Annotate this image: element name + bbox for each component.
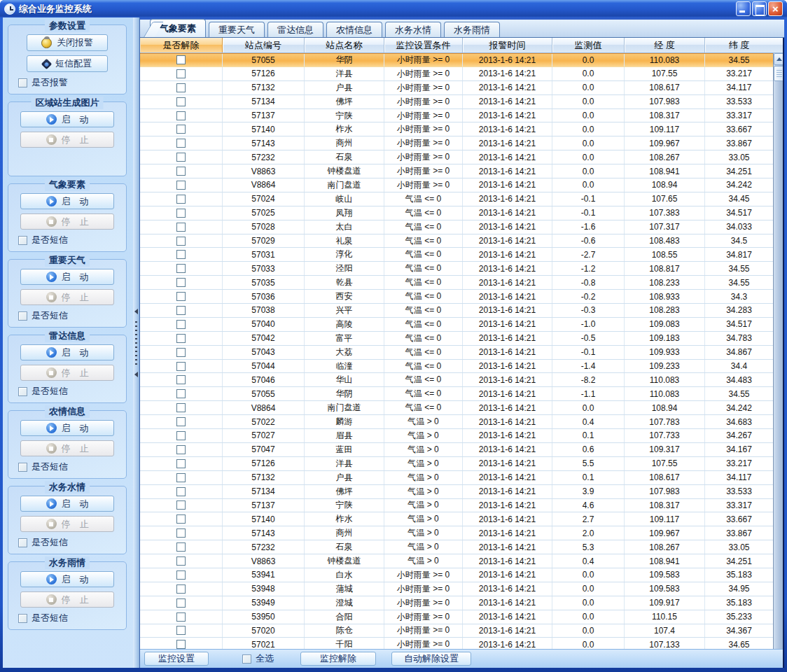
release-checkbox[interactable] — [176, 473, 186, 482]
短信配置-button[interactable]: 短信配置 — [27, 55, 108, 72]
release-checkbox[interactable] — [176, 459, 186, 468]
table-row[interactable]: 57040 高陵 气温 <= 0 2013-1-6 14:21 -1.0 109… — [140, 318, 773, 332]
table-row[interactable]: 57038 兴平 气温 <= 0 2013-1-6 14:21 -0.3 108… — [140, 304, 773, 318]
table-row[interactable]: 57044 临潼 气温 <= 0 2013-1-6 14:21 -1.4 109… — [140, 360, 773, 374]
release-checkbox[interactable] — [176, 362, 186, 371]
maximize-button[interactable] — [752, 1, 767, 16]
stop-button[interactable]: 停 止 — [20, 289, 114, 305]
release-checkbox[interactable] — [176, 167, 186, 176]
release-checkbox[interactable] — [176, 598, 186, 608]
table-row[interactable]: 57232 石泉 气温 > 0 2013-1-6 14:21 5.3 108.2… — [140, 540, 773, 554]
select-all-checkbox[interactable] — [242, 654, 251, 664]
column-header[interactable]: 经 度 — [625, 38, 705, 52]
start-button[interactable]: 启 动 — [20, 111, 114, 127]
release-checkbox[interactable] — [176, 514, 186, 524]
release-checkbox[interactable] — [176, 528, 186, 538]
table-row[interactable]: 53941 白水 小时雨量 >= 0 2013-1-6 14:21 0.0 10… — [140, 568, 773, 582]
table-row[interactable]: V8863 钟楼盘道 小时雨量 >= 0 2013-1-6 14:21 0.0 … — [140, 164, 773, 178]
column-header[interactable]: 站点名称 — [305, 38, 384, 52]
release-checkbox[interactable] — [176, 195, 186, 204]
checkbox[interactable] — [18, 312, 27, 321]
stop-button[interactable]: 停 止 — [20, 440, 114, 456]
release-checkbox[interactable] — [176, 389, 186, 398]
start-button[interactable]: 启 动 — [20, 269, 114, 285]
release-checkbox[interactable] — [176, 209, 186, 218]
start-button[interactable]: 启 动 — [20, 420, 114, 436]
close-button[interactable] — [768, 1, 783, 16]
table-row[interactable]: 57021 千阳 小时雨量 >= 0 2013-1-6 14:21 0.0 10… — [140, 638, 773, 649]
table-row[interactable]: 57055 华阴 气温 <= 0 2013-1-6 14:21 -1.1 110… — [140, 387, 773, 401]
column-header[interactable]: 站点编号 — [223, 38, 305, 52]
checkbox[interactable] — [18, 463, 27, 472]
table-row[interactable]: 57132 户县 气温 > 0 2013-1-6 14:21 0.1 108.6… — [140, 471, 773, 485]
table-row[interactable]: 57028 太白 气温 <= 0 2013-1-6 14:21 -1.6 107… — [140, 220, 773, 234]
monitor-set-button[interactable]: 监控设置 — [144, 652, 209, 666]
tab-水务雨情[interactable]: 水务雨情 — [444, 22, 500, 37]
table-row[interactable]: 57134 佛坪 气温 > 0 2013-1-6 14:21 3.9 107.9… — [140, 485, 773, 499]
release-checkbox[interactable] — [176, 69, 186, 78]
release-checkbox[interactable] — [176, 403, 186, 412]
table-row[interactable]: 57024 岐山 气温 <= 0 2013-1-6 14:21 -0.1 107… — [140, 192, 773, 206]
release-checkbox[interactable] — [176, 570, 186, 580]
release-checkbox[interactable] — [176, 626, 186, 635]
table-row[interactable]: 57022 麟游 气温 > 0 2013-1-6 14:21 0.4 107.7… — [140, 415, 773, 429]
release-checkbox[interactable] — [176, 237, 186, 246]
table-row[interactable]: V8863 钟楼盘道 气温 > 0 2013-1-6 14:21 0.4 108… — [140, 554, 773, 568]
table-row[interactable]: 57126 洋县 小时雨量 >= 0 2013-1-6 14:21 0.0 10… — [140, 67, 773, 81]
release-checkbox[interactable] — [176, 417, 186, 426]
stop-button[interactable]: 停 止 — [20, 214, 114, 230]
release-checkbox[interactable] — [176, 320, 186, 329]
table-row[interactable]: 57025 凤翔 气温 <= 0 2013-1-6 14:21 -0.1 107… — [140, 206, 773, 220]
table-row[interactable]: 57132 户县 小时雨量 >= 0 2013-1-6 14:21 0.0 10… — [140, 81, 773, 95]
start-button[interactable]: 启 动 — [20, 571, 114, 587]
release-checkbox[interactable] — [176, 250, 186, 259]
table-row[interactable]: 57143 商州 小时雨量 >= 0 2013-1-6 14:21 0.0 10… — [140, 136, 773, 150]
release-checkbox[interactable] — [176, 612, 186, 622]
checkbox[interactable] — [18, 78, 27, 88]
table-row[interactable]: V8864 南门盘道 气温 <= 0 2013-1-6 14:21 0.0 10… — [140, 401, 773, 415]
release-checkbox[interactable] — [176, 334, 186, 343]
release-checkbox[interactable] — [176, 431, 186, 440]
table-row[interactable]: 57029 礼泉 气温 <= 0 2013-1-6 14:21 -0.6 108… — [140, 234, 773, 248]
minimize-button[interactable] — [736, 1, 751, 16]
release-checkbox[interactable] — [176, 348, 186, 357]
table-row[interactable]: V8864 南门盘道 小时雨量 >= 0 2013-1-6 14:21 0.0 … — [140, 178, 773, 192]
release-checkbox[interactable] — [176, 139, 186, 148]
table-row[interactable]: 57046 华山 气温 <= 0 2013-1-6 14:21 -8.2 110… — [140, 373, 773, 387]
tab-农情信息[interactable]: 农情信息 — [326, 22, 382, 37]
release-checkbox[interactable] — [176, 500, 186, 510]
tab-雷达信息[interactable]: 雷达信息 — [267, 22, 323, 37]
stop-button[interactable]: 停 止 — [20, 132, 114, 148]
release-checkbox[interactable] — [176, 306, 186, 315]
table-row[interactable]: 57126 洋县 气温 > 0 2013-1-6 14:21 5.5 107.5… — [140, 457, 773, 471]
vertical-scrollbar[interactable] — [773, 53, 783, 649]
table-row[interactable]: 57036 西安 气温 <= 0 2013-1-6 14:21 -0.2 108… — [140, 290, 773, 304]
release-checkbox[interactable] — [176, 556, 186, 566]
start-button[interactable]: 启 动 — [20, 496, 114, 512]
table-row[interactable]: 57055 华阴 小时雨量 >= 0 2013-1-6 14:21 0.0 11… — [140, 53, 773, 67]
checkbox[interactable] — [18, 387, 27, 396]
release-checkbox[interactable] — [176, 97, 186, 106]
column-header[interactable]: 监测值 — [552, 38, 625, 52]
checkbox[interactable] — [18, 236, 27, 245]
stop-button[interactable]: 停 止 — [20, 516, 114, 532]
table-row[interactable]: 57047 蓝田 气温 > 0 2013-1-6 14:21 0.6 109.3… — [140, 443, 773, 457]
auto-release-settings-button[interactable]: 自动解除设置 — [391, 652, 471, 666]
table-row[interactable]: 57027 眉县 气温 > 0 2013-1-6 14:21 0.1 107.7… — [140, 429, 773, 443]
release-checkbox[interactable] — [176, 278, 186, 287]
checkbox[interactable] — [18, 614, 27, 623]
stop-button[interactable]: 停 止 — [20, 592, 114, 608]
table-row[interactable]: 57134 佛坪 小时雨量 >= 0 2013-1-6 14:21 0.0 10… — [140, 95, 773, 109]
column-header[interactable]: 纬 度 — [705, 38, 773, 52]
release-checkbox[interactable] — [176, 181, 186, 190]
release-checkbox[interactable] — [176, 111, 186, 120]
release-checkbox[interactable] — [176, 264, 186, 273]
table-row[interactable]: 57033 泾阳 气温 <= 0 2013-1-6 14:21 -1.2 108… — [140, 262, 773, 276]
table-row[interactable]: 53949 澄城 小时雨量 >= 0 2013-1-6 14:21 0.0 10… — [140, 596, 773, 610]
table-row[interactable]: 57137 宁陕 气温 > 0 2013-1-6 14:21 4.6 108.3… — [140, 499, 773, 513]
table-row[interactable]: 57140 柞水 小时雨量 >= 0 2013-1-6 14:21 0.0 10… — [140, 122, 773, 136]
release-checkbox[interactable] — [176, 542, 186, 552]
release-checkbox[interactable] — [176, 55, 186, 64]
column-header[interactable]: 报警时间 — [463, 38, 552, 52]
table-row[interactable]: 57232 石泉 小时雨量 >= 0 2013-1-6 14:21 0.0 10… — [140, 150, 773, 164]
